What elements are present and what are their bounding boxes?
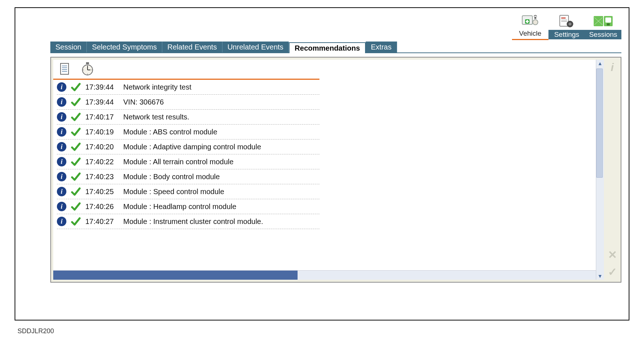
info-icon[interactable]: i bbox=[57, 187, 66, 196]
list-row[interactable]: i17:40:17Network test results. bbox=[57, 110, 319, 125]
vertical-scrollbar-thumb[interactable] bbox=[596, 68, 603, 178]
tab-unrelated-events[interactable]: Unrelated Events bbox=[222, 42, 289, 52]
figure-caption: SDDJLR200 bbox=[18, 327, 54, 328]
side-info-icon[interactable]: i bbox=[611, 61, 614, 74]
scroll-up-arrow-icon[interactable]: ▲ bbox=[596, 60, 604, 67]
content-pane: i17:39:44Network integrity testi17:39:44… bbox=[50, 57, 621, 283]
check-icon bbox=[71, 157, 81, 167]
check-icon bbox=[71, 142, 81, 152]
list-row[interactable]: i17:39:44Network integrity test bbox=[57, 80, 319, 95]
settings-document-icon bbox=[556, 13, 578, 29]
tab-strip: Session Selected Symptoms Related Events… bbox=[50, 42, 621, 53]
info-icon[interactable]: i bbox=[57, 112, 66, 122]
stopwatch-icon[interactable] bbox=[81, 62, 94, 76]
horizontal-scrollbar[interactable] bbox=[53, 270, 596, 280]
toolbar-sessions[interactable]: Sessions bbox=[585, 13, 621, 40]
svg-rect-9 bbox=[561, 21, 567, 22]
row-time: 17:40:26 bbox=[85, 202, 119, 211]
row-time: 17:39:44 bbox=[85, 83, 119, 91]
list-row[interactable]: i17:40:19Module : ABS control module bbox=[57, 125, 319, 139]
row-time: 17:40:25 bbox=[85, 188, 119, 196]
svg-rect-7 bbox=[561, 17, 566, 19]
check-icon bbox=[71, 82, 81, 92]
list-body: i17:39:44Network integrity testi17:39:44… bbox=[53, 80, 596, 270]
svg-rect-16 bbox=[61, 63, 69, 74]
check-icon bbox=[71, 201, 81, 212]
app-window: Vehicle Settings bbox=[15, 7, 629, 320]
row-time: 17:40:23 bbox=[85, 173, 119, 181]
row-description: Module : Adaptive damping control module bbox=[123, 143, 319, 151]
row-description: Module : Headlamp control module bbox=[123, 202, 319, 211]
info-icon[interactable]: i bbox=[57, 172, 66, 181]
side-confirm-icon[interactable]: ✓ bbox=[608, 265, 617, 278]
info-icon[interactable]: i bbox=[57, 82, 66, 92]
info-icon[interactable]: i bbox=[57, 217, 66, 226]
list-row[interactable]: i17:40:26Module : Headlamp control modul… bbox=[57, 199, 319, 214]
row-time: 17:39:44 bbox=[85, 98, 119, 106]
list-row[interactable]: i17:40:25Module : Speed control module bbox=[57, 184, 319, 199]
svg-rect-15 bbox=[607, 23, 610, 25]
svg-rect-21 bbox=[86, 62, 89, 64]
row-description: Module : ABS control module bbox=[123, 128, 319, 136]
info-icon[interactable]: i bbox=[57, 202, 66, 211]
side-cancel-icon[interactable]: ✕ bbox=[608, 248, 617, 261]
info-icon[interactable]: i bbox=[57, 97, 66, 107]
toolbar-sessions-label: Sessions bbox=[585, 30, 621, 39]
check-icon bbox=[71, 186, 81, 197]
info-icon[interactable]: i bbox=[57, 157, 66, 166]
svg-point-5 bbox=[533, 20, 538, 25]
check-icon bbox=[71, 97, 81, 107]
row-description: Module : Body control module bbox=[123, 173, 319, 181]
vehicle-diagnostic-icon bbox=[519, 12, 541, 28]
row-time: 17:40:27 bbox=[85, 217, 119, 226]
vertical-scrollbar[interactable]: ▲ ▼ bbox=[596, 60, 604, 280]
svg-rect-8 bbox=[561, 20, 567, 20]
scroll-down-arrow-icon[interactable]: ▼ bbox=[596, 272, 604, 280]
check-icon bbox=[71, 216, 81, 227]
toolbar-settings[interactable]: Settings bbox=[548, 13, 585, 40]
row-description: Module : Instrument cluster control modu… bbox=[123, 217, 319, 226]
row-time: 17:40:22 bbox=[85, 158, 119, 166]
info-icon[interactable]: i bbox=[57, 142, 66, 152]
toolbar-settings-label: Settings bbox=[548, 30, 585, 39]
tab-selected-symptoms[interactable]: Selected Symptoms bbox=[87, 42, 162, 52]
svg-point-4 bbox=[534, 17, 536, 19]
recommendations-list: i17:39:44Network integrity testi17:39:44… bbox=[53, 60, 596, 280]
list-row[interactable]: i17:40:20Module : Adaptive damping contr… bbox=[57, 139, 319, 154]
tab-extras[interactable]: Extras bbox=[366, 42, 397, 52]
list-row[interactable]: i17:39:44VIN: 306676 bbox=[57, 95, 319, 110]
side-action-bar: i ✕ ✓ bbox=[604, 58, 621, 282]
row-description: Module : Speed control module bbox=[123, 188, 319, 196]
check-icon bbox=[71, 127, 81, 137]
horizontal-scrollbar-thumb[interactable] bbox=[53, 271, 298, 280]
list-row[interactable]: i17:40:23Module : Body control module bbox=[57, 169, 319, 184]
row-description: Network integrity test bbox=[123, 83, 319, 91]
row-time: 17:40:19 bbox=[85, 128, 119, 136]
toolbar-vehicle-label: Vehicle bbox=[512, 29, 548, 38]
list-row[interactable]: i17:40:22Module : All terrain control mo… bbox=[57, 154, 319, 169]
row-description: VIN: 306676 bbox=[123, 98, 319, 106]
info-icon[interactable]: i bbox=[57, 127, 66, 137]
list-header bbox=[53, 60, 319, 80]
tab-recommendations[interactable]: Recommendations bbox=[289, 42, 366, 53]
check-icon bbox=[71, 172, 81, 182]
top-toolbar: Vehicle Settings bbox=[15, 8, 629, 40]
check-icon bbox=[71, 112, 81, 122]
list-row[interactable]: i17:40:27Module : Instrument cluster con… bbox=[57, 214, 319, 229]
sessions-save-icon bbox=[592, 13, 614, 29]
toolbar-vehicle[interactable]: Vehicle bbox=[512, 12, 548, 40]
row-description: Module : All terrain control module bbox=[123, 158, 319, 166]
row-time: 17:40:20 bbox=[85, 143, 119, 151]
svg-rect-3 bbox=[526, 21, 529, 22]
tab-session[interactable]: Session bbox=[50, 42, 87, 52]
svg-rect-14 bbox=[605, 17, 611, 23]
row-description: Network test results. bbox=[123, 113, 319, 121]
document-icon[interactable] bbox=[60, 63, 70, 75]
tab-related-events[interactable]: Related Events bbox=[162, 42, 222, 52]
svg-point-11 bbox=[569, 23, 571, 25]
row-time: 17:40:17 bbox=[85, 113, 119, 121]
